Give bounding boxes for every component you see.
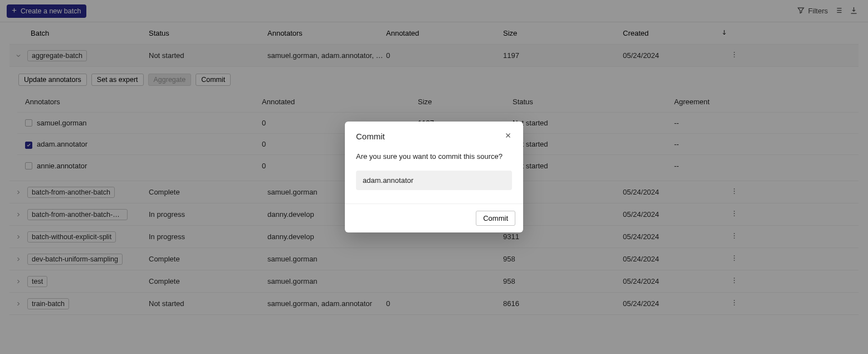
- modal-title: Commit: [356, 132, 385, 141]
- close-icon: [504, 133, 512, 141]
- modal-source: adam.annotator: [356, 171, 512, 190]
- modal-message: Are you sure you want to commit this sou…: [356, 152, 512, 161]
- modal-overlay[interactable]: Commit Are you sure you want to commit t…: [0, 0, 868, 354]
- modal-confirm-button[interactable]: Commit: [476, 211, 515, 226]
- modal-close-button[interactable]: [504, 132, 512, 141]
- commit-modal: Commit Are you sure you want to commit t…: [345, 122, 523, 232]
